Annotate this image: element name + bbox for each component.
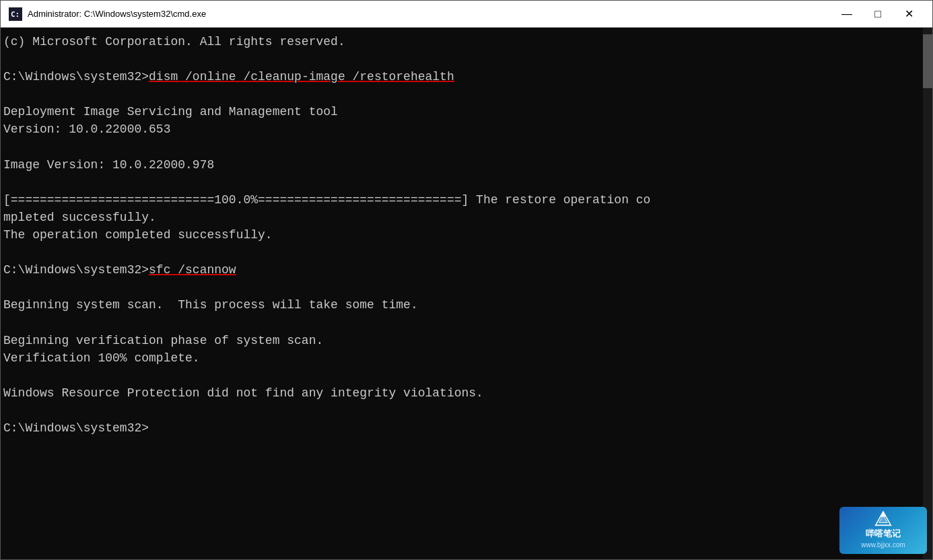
progress-line: [============================100.0%=====… (3, 191, 919, 209)
image-version-line: Image Version: 10.0.22000.978 (3, 156, 919, 174)
blank-line-2 (3, 85, 919, 103)
dism-version-line: Version: 10.0.22000.653 (3, 120, 919, 138)
console-area[interactable]: (c) Microsoft Corporation. All rights re… (1, 28, 932, 559)
operation-complete-line: The operation completed successfully. (3, 226, 919, 244)
cmd-window: C: Administrator: C:\Windows\system32\cm… (0, 0, 933, 560)
wfp-result-line: Windows Resource Protection did not find… (3, 384, 919, 402)
blank-line-3 (3, 139, 919, 156)
verification-phase-line: Beginning verification phase of system s… (3, 332, 919, 349)
progress-complete-line: mpleted successfully. (3, 209, 919, 226)
console-content: (c) Microsoft Corporation. All rights re… (3, 33, 930, 437)
verification-complete-line: Verification 100% complete. (3, 349, 919, 367)
command-dism-line: C:\Windows\system32>dism /online /cleanu… (3, 68, 919, 85)
close-button[interactable]: ✕ (893, 3, 924, 25)
app-icon: C: (9, 7, 22, 21)
dism-command: dism /online /cleanup-image /restoreheal… (149, 70, 454, 83)
watermark-logo-icon (870, 511, 897, 526)
command-sfc-line: C:\Windows\system32>sfc /scannow (3, 261, 919, 279)
blank-line-8 (3, 367, 919, 384)
window-title: Administrator: C:\Windows\system32\cmd.e… (28, 9, 831, 19)
dism-title-line: Deployment Image Servicing and Managemen… (3, 103, 919, 120)
scrollbar[interactable] (923, 28, 932, 559)
scrollbar-thumb[interactable] (923, 34, 932, 88)
titlebar: C: Administrator: C:\Windows\system32\cm… (1, 1, 932, 28)
maximize-button[interactable]: □ (862, 3, 893, 25)
watermark-url: www.bjjxx.com (861, 540, 905, 551)
svg-text:C:: C: (11, 10, 20, 19)
watermark: 哔嗒笔记 www.bjjxx.com (839, 507, 927, 554)
beginning-scan-line: Beginning system scan. This process will… (3, 296, 919, 314)
sfc-command: sfc /scannow (149, 263, 236, 277)
blank-line-1 (3, 50, 919, 68)
minimize-button[interactable]: — (831, 3, 862, 25)
window-controls: — □ ✕ (831, 3, 924, 25)
blank-line-5 (3, 244, 919, 261)
copyright-line: (c) Microsoft Corporation. All rights re… (3, 33, 919, 50)
blank-line-7 (3, 314, 919, 332)
watermark-site-name: 哔嗒笔记 (866, 528, 901, 540)
blank-line-9 (3, 402, 919, 419)
blank-line-4 (3, 174, 919, 191)
blank-line-6 (3, 279, 919, 296)
final-prompt-line: C:\Windows\system32> (3, 419, 919, 437)
